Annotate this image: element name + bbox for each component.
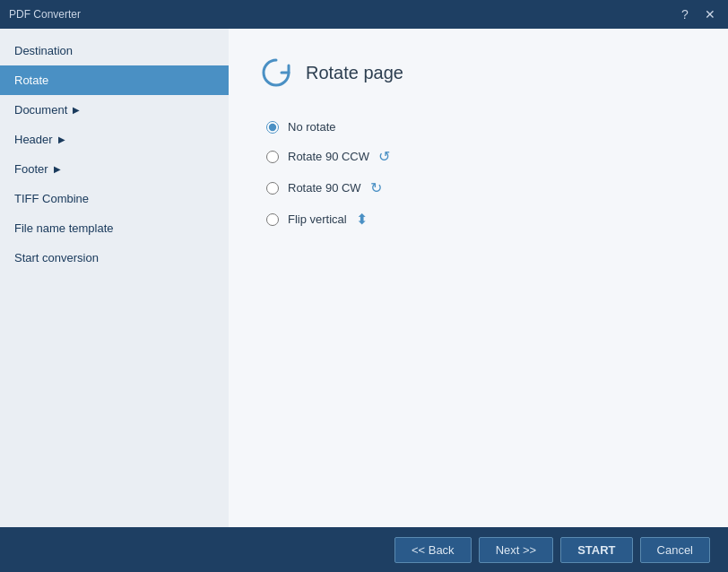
radio-rotate-90-ccw[interactable] [266,151,279,163]
sidebar-label-destination: Destination [14,44,73,57]
sidebar-label-file-name-template: File name template [14,221,114,235]
help-button[interactable]: ? [676,5,694,23]
option-row-rotate-90-cw: Rotate 90 CW ↻ [266,179,699,196]
footer-bar: << Back Next >> START Cancel [0,527,728,572]
sidebar-label-header: Header [14,133,53,146]
document-arrow-icon: ▶ [73,105,80,115]
sidebar-label-document: Document [14,103,67,117]
sidebar-item-document[interactable]: Document ▶ [0,95,229,125]
sidebar-label-start-conversion: Start conversion [14,251,99,264]
title-bar: PDF Converter ? ✕ [0,0,728,29]
sidebar-item-file-name-template[interactable]: File name template [0,213,229,243]
start-button[interactable]: START [560,537,632,563]
page-header: Rotate page [257,54,699,91]
label-flip-vertical[interactable]: Flip vertical [288,212,347,226]
content-area: Rotate page No rotate Rotate 90 CCW ↺ Ro… [229,29,728,527]
radio-flip-vertical[interactable] [266,213,279,226]
cw-icon: ↻ [370,179,382,196]
main-container: Destination Rotate Document ▶ Header ▶ F… [0,29,728,527]
radio-no-rotate[interactable] [266,121,279,134]
sidebar-item-destination[interactable]: Destination [0,36,229,65]
sidebar-item-header[interactable]: Header ▶ [0,125,229,154]
option-row-no-rotate: No rotate [266,120,699,134]
ccw-icon: ↺ [378,148,390,165]
title-bar-controls: ? ✕ [676,5,719,23]
header-arrow-icon: ▶ [58,134,65,144]
sidebar-item-rotate[interactable]: Rotate [0,65,229,95]
radio-rotate-90-cw[interactable] [266,182,279,195]
sidebar-label-footer: Footer [14,162,48,176]
option-row-rotate-90-ccw: Rotate 90 CCW ↺ [266,148,699,165]
flip-vertical-icon: ⬍ [356,211,368,228]
label-no-rotate[interactable]: No rotate [288,120,335,134]
app-title: PDF Converter [9,8,81,21]
sidebar-item-footer[interactable]: Footer ▶ [0,154,229,184]
sidebar-item-tiff-combine[interactable]: TIFF Combine [0,184,229,213]
back-button[interactable]: << Back [394,537,472,563]
rotate-page-icon [257,54,295,91]
close-button[interactable]: ✕ [701,5,719,23]
options-container: No rotate Rotate 90 CCW ↺ Rotate 90 CW ↻… [266,120,699,228]
cancel-button[interactable]: Cancel [640,537,710,563]
footer-arrow-icon: ▶ [54,164,61,174]
option-row-flip-vertical: Flip vertical ⬍ [266,211,699,228]
page-title: Rotate page [306,63,403,83]
sidebar-item-start-conversion[interactable]: Start conversion [0,243,229,273]
sidebar: Destination Rotate Document ▶ Header ▶ F… [0,29,229,527]
next-button[interactable]: Next >> [479,537,554,563]
sidebar-label-tiff-combine: TIFF Combine [14,192,89,205]
label-rotate-90-ccw[interactable]: Rotate 90 CCW [288,150,369,163]
label-rotate-90-cw[interactable]: Rotate 90 CW [288,181,361,195]
sidebar-label-rotate: Rotate [14,74,48,87]
